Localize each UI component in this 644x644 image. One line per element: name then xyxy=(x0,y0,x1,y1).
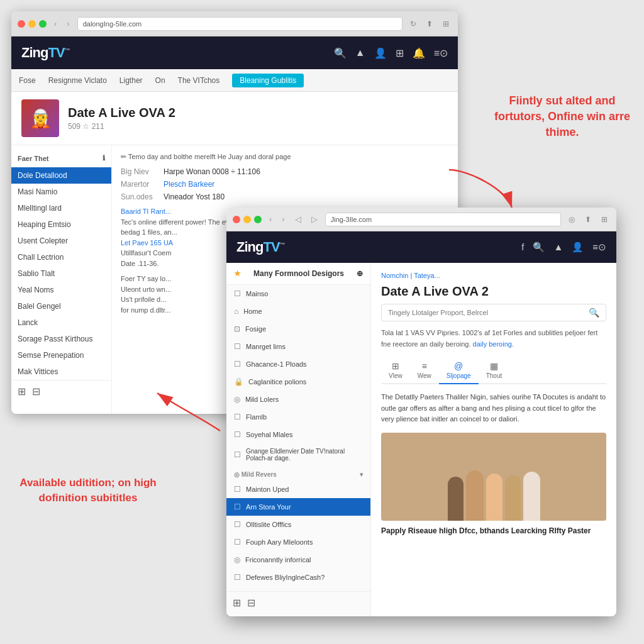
sidebar-item-6[interactable]: Sablio Tlalt xyxy=(11,265,111,282)
sidebar-item-12[interactable]: Mak Vittices xyxy=(11,364,111,380)
sidebar-2-item-home[interactable]: ⌂ Home xyxy=(226,303,370,320)
bottom-icon-3[interactable]: ⊞ xyxy=(233,597,241,609)
browser-chrome-1: ‹ › dalongIng-5Ile.com ↻ ⬆ ⊞ xyxy=(11,11,458,36)
facebook-icon[interactable]: f xyxy=(521,242,524,253)
sidebar-2-item-flamlb[interactable]: ☐ Flamlb xyxy=(226,408,370,426)
address-bar-1[interactable]: dalongIng-5Ile.com xyxy=(77,17,402,31)
share-button-2[interactable]: ⬆ xyxy=(582,214,594,225)
item-icon-manrget: ☐ xyxy=(234,342,241,351)
menu-icon[interactable]: ≡⊙ xyxy=(434,47,448,59)
maximize-button[interactable] xyxy=(39,20,47,28)
forward-button[interactable]: › xyxy=(64,18,72,30)
prev-page-button[interactable]: ◁ xyxy=(292,213,304,225)
sidebar-item-4[interactable]: Usent Colepter xyxy=(11,233,111,249)
menu-icon-2[interactable]: ≡⊙ xyxy=(592,242,606,253)
subnav-fose[interactable]: Fose xyxy=(19,76,36,85)
sidebar-2-item-mainso[interactable]: ☐ Mainso xyxy=(226,285,370,303)
bell-icon[interactable]: 🔔 xyxy=(413,47,425,59)
maximize-button-2[interactable] xyxy=(254,216,262,223)
sidebar-2-item-mild-lolers[interactable]: ◎ Mild Lolers xyxy=(226,391,370,408)
minimize-button[interactable] xyxy=(28,20,36,28)
item-icon-lock: 🔒 xyxy=(234,377,243,386)
sidebar-item-11[interactable]: Semse Prenepation xyxy=(11,347,111,364)
chevron-down-icon: ▾ xyxy=(360,471,363,478)
close-button[interactable] xyxy=(18,20,25,28)
sidebar-item-5[interactable]: Chall Lectrion xyxy=(11,249,111,265)
grid-icon[interactable]: ⊞ xyxy=(396,47,404,59)
info-text: Temo day and bolthe merelft He Juay and … xyxy=(128,153,291,160)
back-button-2[interactable]: ‹ xyxy=(267,213,274,225)
sidebar-item-10[interactable]: Sorage Passt Kirthous xyxy=(11,331,111,347)
item-icon-ghacance: ☐ xyxy=(234,360,241,369)
sidebar-item-0[interactable]: Dole Detallood xyxy=(11,167,111,184)
reload-button-2[interactable]: ◎ xyxy=(566,214,577,225)
subnav-active[interactable]: Bleaning Gublitis xyxy=(232,74,304,87)
item-icon-mainton: ☐ xyxy=(234,485,241,494)
annotation-1: Fiintly sut alted and fortutors, Onfine … xyxy=(493,93,631,141)
minimize-button-2[interactable] xyxy=(243,216,251,223)
sidebar-2-item-mainton[interactable]: ☐ Mainton Uped xyxy=(226,480,370,498)
sidebar-2-item-arn-stora[interactable]: ☐ Arn Stora Your xyxy=(226,498,370,516)
forward-button-2[interactable]: › xyxy=(279,213,287,225)
search-icon-2[interactable]: 🔍 xyxy=(533,242,545,253)
sidebar-2-item-soyehal[interactable]: ☐ Soyehal Mlales xyxy=(226,426,370,443)
search-input-2[interactable] xyxy=(388,309,584,316)
tab-wew[interactable]: ≡ Wew xyxy=(410,357,439,384)
subnav-vitchos[interactable]: The VITchos xyxy=(178,76,220,85)
thumbnail-image xyxy=(381,433,606,521)
tab-row: ⊞ Vlew ≡ Wew @ Sljopage ▦ Thout xyxy=(381,357,606,384)
back-button[interactable]: ‹ xyxy=(52,18,59,30)
sidebar-2-item-caglan[interactable]: 🔒 Caglanitice polions xyxy=(226,373,370,391)
sidebar-item-1[interactable]: Masi Namio xyxy=(11,184,111,200)
sidebar-2-title: Many Formnool Desigors xyxy=(253,269,344,278)
zingtv-header-2: ZingTV™ f 🔍 ▲ 👤 ≡⊙ xyxy=(226,231,616,263)
traffic-lights-1 xyxy=(18,20,47,28)
user-icon[interactable]: 👤 xyxy=(374,47,387,59)
sidebar-2-item-defewes[interactable]: ☐ Defewes BliyInglneCash? xyxy=(226,569,370,586)
sidebar-item-8[interactable]: Balel Gengel xyxy=(11,298,111,314)
circle-icon: ⊕ xyxy=(357,269,363,278)
browser-chrome-2: ‹ › ◁ ▷ Jing-3Ile.com ◎ ⬆ ⊞ xyxy=(226,208,616,231)
tabs-button[interactable]: ⊞ xyxy=(440,18,452,30)
zingtv-header-1: ZingTV™ 🔍 ▲ 👤 ⊞ 🔔 ≡⊙ xyxy=(11,36,458,69)
subnav-ligther[interactable]: Ligther xyxy=(119,76,143,85)
extensions-button[interactable]: ⊞ xyxy=(599,214,610,225)
sidebar-item-9[interactable]: Lanck xyxy=(11,314,111,331)
sidebar-2-item-gnange[interactable]: ☐ Gnange Elldlenvier Date TV!natoral Pol… xyxy=(226,443,370,466)
sidebar-2-item-fricon[interactable]: ◎ Friconanntly inforrical xyxy=(226,551,370,569)
person-2 xyxy=(466,470,484,521)
sidebar-2-item-manrget[interactable]: ☐ Manrget lims xyxy=(226,338,370,355)
daily-link[interactable]: daily beroing. xyxy=(473,340,514,348)
bottom-icon-2[interactable]: ⊟ xyxy=(32,386,40,397)
sidebar-item-2[interactable]: Mlelltingl lard xyxy=(11,200,111,216)
arrow-icon[interactable]: ▲ xyxy=(355,47,365,59)
search-icon-3[interactable]: 🔍 xyxy=(589,308,599,318)
sidebar-2-item-ghacance[interactable]: ☐ Ghacance-1 Ploads xyxy=(226,355,370,373)
arrow-icon-2[interactable]: ▲ xyxy=(553,242,563,253)
search-bar-2[interactable]: 🔍 xyxy=(381,304,606,321)
item-label-soyehal: Soyehal Mlales xyxy=(246,431,293,438)
sidebar-2-item-olltislite[interactable]: ☐ Olltislite Offfics xyxy=(226,516,370,533)
sidebar-item-7[interactable]: Yeal Noms xyxy=(11,282,111,298)
bottom-icon-4[interactable]: ⊟ xyxy=(247,597,255,609)
tab-sljopage[interactable]: @ Sljopage xyxy=(439,357,479,384)
big-niev-label: Big Niev xyxy=(121,167,158,176)
next-page-button[interactable]: ▷ xyxy=(309,213,320,225)
arrow-2 xyxy=(151,387,226,440)
browser-window-2: ‹ › ◁ ▷ Jing-3Ile.com ◎ ⬆ ⊞ ZingTV™ f 🔍 … xyxy=(226,208,616,616)
sun-odes-label: Sun.odes xyxy=(121,192,158,201)
user-icon-2[interactable]: 👤 xyxy=(572,242,584,253)
tab-thout[interactable]: ▦ Thout xyxy=(479,357,510,384)
sidebar-2-item-fosige[interactable]: ⊡ Fosige xyxy=(226,320,370,338)
subnav-on[interactable]: On xyxy=(155,76,165,85)
bottom-icon-1[interactable]: ⊞ xyxy=(18,386,26,397)
search-icon[interactable]: 🔍 xyxy=(334,47,347,59)
tab-vlew[interactable]: ⊞ Vlew xyxy=(381,357,410,384)
close-button-2[interactable] xyxy=(233,216,240,223)
reload-button[interactable]: ↻ xyxy=(408,18,419,30)
item-icon-fosige: ⊡ xyxy=(234,325,240,333)
subnav-resignme[interactable]: Resignme Viclato xyxy=(48,76,107,85)
share-button[interactable]: ⬆ xyxy=(424,18,435,30)
sidebar-item-3[interactable]: Heaping Emtsio xyxy=(11,216,111,233)
sidebar-2-item-fouph[interactable]: ☐ Fouph Aary Mleloonts xyxy=(226,533,370,551)
